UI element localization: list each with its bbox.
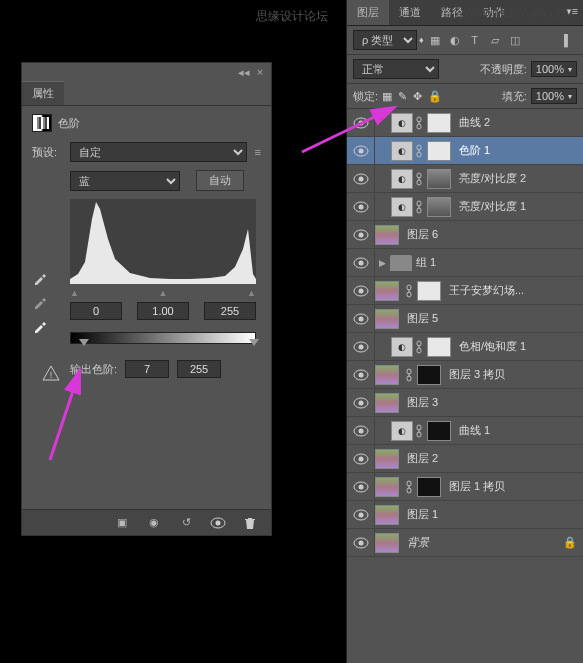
trash-icon[interactable] bbox=[239, 514, 261, 532]
layer-thumb[interactable] bbox=[375, 505, 399, 525]
mask-thumb[interactable] bbox=[427, 197, 451, 217]
tab-channels[interactable]: 通道 bbox=[389, 0, 431, 25]
mask-thumb[interactable] bbox=[427, 337, 451, 357]
layer-row[interactable]: ▶组 1 bbox=[347, 249, 583, 277]
mask-thumb[interactable] bbox=[427, 141, 451, 161]
visibility-toggle[interactable] bbox=[347, 305, 375, 332]
mask-thumb[interactable] bbox=[427, 421, 451, 441]
layer-name[interactable]: 组 1 bbox=[416, 255, 436, 270]
layer-name[interactable]: 图层 1 拷贝 bbox=[449, 479, 505, 494]
channel-select[interactable]: 蓝 bbox=[70, 171, 180, 191]
mask-thumb[interactable] bbox=[427, 169, 451, 189]
mask-thumb[interactable] bbox=[427, 113, 451, 133]
slider-black[interactable]: ▲ bbox=[70, 288, 79, 298]
layer-thumb[interactable] bbox=[375, 225, 399, 245]
mask-thumb[interactable] bbox=[417, 477, 441, 497]
layer-row[interactable]: 图层 3 拷贝 bbox=[347, 361, 583, 389]
eyedropper-black-icon[interactable] bbox=[32, 268, 50, 286]
eyedropper-white-icon[interactable] bbox=[32, 316, 50, 334]
visibility-toggle[interactable] bbox=[347, 137, 375, 164]
view-previous-icon[interactable]: ◉ bbox=[143, 514, 165, 532]
mask-thumb[interactable] bbox=[417, 281, 441, 301]
visibility-toggle[interactable] bbox=[347, 193, 375, 220]
layer-name[interactable]: 王子安梦幻场... bbox=[449, 283, 524, 298]
layer-name[interactable]: 图层 3 bbox=[407, 395, 438, 410]
layer-name[interactable]: 背景 bbox=[407, 535, 429, 550]
layer-thumb[interactable] bbox=[375, 365, 399, 385]
reset-icon[interactable]: ↺ bbox=[175, 514, 197, 532]
layer-row[interactable]: 图层 6 bbox=[347, 221, 583, 249]
close-icon[interactable]: × bbox=[253, 65, 267, 79]
output-gradient[interactable] bbox=[70, 332, 256, 344]
layer-row[interactable]: 王子安梦幻场... bbox=[347, 277, 583, 305]
filter-type-select[interactable]: ρ 类型 bbox=[353, 30, 417, 50]
visibility-toggle[interactable] bbox=[347, 249, 375, 276]
fill-value[interactable]: 100%▾ bbox=[531, 88, 577, 104]
layer-row[interactable]: ◐曲线 2 bbox=[347, 109, 583, 137]
lock-position-icon[interactable]: ✥ bbox=[413, 90, 422, 103]
visibility-toggle[interactable] bbox=[347, 361, 375, 388]
visibility-icon[interactable] bbox=[207, 514, 229, 532]
lock-transparent-icon[interactable]: ▦ bbox=[382, 90, 392, 103]
tab-layers[interactable]: 图层 bbox=[347, 0, 389, 25]
layer-name[interactable]: 曲线 1 bbox=[459, 423, 490, 438]
visibility-toggle[interactable] bbox=[347, 417, 375, 444]
visibility-toggle[interactable] bbox=[347, 389, 375, 416]
filter-type-icon[interactable]: T bbox=[466, 31, 484, 49]
auto-button[interactable]: 自动 bbox=[196, 170, 244, 191]
filter-toggle[interactable]: ▌ bbox=[559, 31, 577, 49]
layer-thumb[interactable] bbox=[375, 309, 399, 329]
filter-shape-icon[interactable]: ▱ bbox=[486, 31, 504, 49]
layer-row[interactable]: 图层 3 bbox=[347, 389, 583, 417]
layer-row[interactable]: ◐亮度/对比度 2 bbox=[347, 165, 583, 193]
slider-mid[interactable]: ▲ bbox=[159, 288, 168, 298]
visibility-toggle[interactable] bbox=[347, 221, 375, 248]
filter-smart-icon[interactable]: ◫ bbox=[506, 31, 524, 49]
layer-row[interactable]: 图层 5 bbox=[347, 305, 583, 333]
visibility-toggle[interactable] bbox=[347, 165, 375, 192]
input-black[interactable] bbox=[70, 302, 122, 320]
layer-thumb[interactable] bbox=[375, 393, 399, 413]
layer-row[interactable]: ◐亮度/对比度 1 bbox=[347, 193, 583, 221]
layer-row[interactable]: ◐色相/饱和度 1 bbox=[347, 333, 583, 361]
visibility-toggle[interactable] bbox=[347, 333, 375, 360]
visibility-toggle[interactable] bbox=[347, 501, 375, 528]
input-gamma[interactable] bbox=[137, 302, 189, 320]
filter-adjust-icon[interactable]: ◐ bbox=[446, 31, 464, 49]
output-black[interactable] bbox=[125, 360, 169, 378]
visibility-toggle[interactable] bbox=[347, 277, 375, 304]
properties-tab[interactable]: 属性 bbox=[22, 81, 64, 105]
layer-thumb[interactable] bbox=[375, 477, 399, 497]
layer-name[interactable]: 图层 1 bbox=[407, 507, 438, 522]
layer-name[interactable]: 图层 3 拷贝 bbox=[449, 367, 505, 382]
collapse-icon[interactable]: ◂◂ bbox=[237, 65, 251, 79]
layer-thumb[interactable] bbox=[375, 533, 399, 553]
layer-row[interactable]: 背景🔒 bbox=[347, 529, 583, 557]
layer-thumb[interactable] bbox=[375, 449, 399, 469]
layer-name[interactable]: 亮度/对比度 2 bbox=[459, 171, 526, 186]
clip-icon[interactable]: ▣ bbox=[111, 514, 133, 532]
layer-row[interactable]: 图层 1 bbox=[347, 501, 583, 529]
visibility-toggle[interactable] bbox=[347, 473, 375, 500]
layer-row[interactable]: 图层 2 bbox=[347, 445, 583, 473]
eyedropper-gray-icon[interactable] bbox=[32, 292, 50, 310]
preset-select[interactable]: 自定 bbox=[70, 142, 247, 162]
layer-name[interactable]: 色相/饱和度 1 bbox=[459, 339, 526, 354]
layer-row[interactable]: ◐色阶 1 bbox=[347, 137, 583, 165]
blend-mode-select[interactable]: 正常 bbox=[353, 59, 439, 79]
visibility-toggle[interactable] bbox=[347, 529, 375, 556]
expand-icon[interactable]: ▶ bbox=[379, 258, 386, 268]
layer-name[interactable]: 图层 2 bbox=[407, 451, 438, 466]
preset-menu-icon[interactable]: ≡ bbox=[255, 146, 261, 158]
layer-name[interactable]: 图层 6 bbox=[407, 227, 438, 242]
layer-row[interactable]: 图层 1 拷贝 bbox=[347, 473, 583, 501]
lock-all-icon[interactable]: 🔒 bbox=[428, 90, 442, 103]
output-white[interactable] bbox=[177, 360, 221, 378]
visibility-toggle[interactable] bbox=[347, 445, 375, 472]
layer-thumb[interactable] bbox=[375, 281, 399, 301]
layer-name[interactable]: 色阶 1 bbox=[459, 143, 490, 158]
input-white[interactable] bbox=[204, 302, 256, 320]
mask-thumb[interactable] bbox=[417, 365, 441, 385]
filter-pixel-icon[interactable]: ▦ bbox=[426, 31, 444, 49]
lock-pixels-icon[interactable]: ✎ bbox=[398, 90, 407, 103]
